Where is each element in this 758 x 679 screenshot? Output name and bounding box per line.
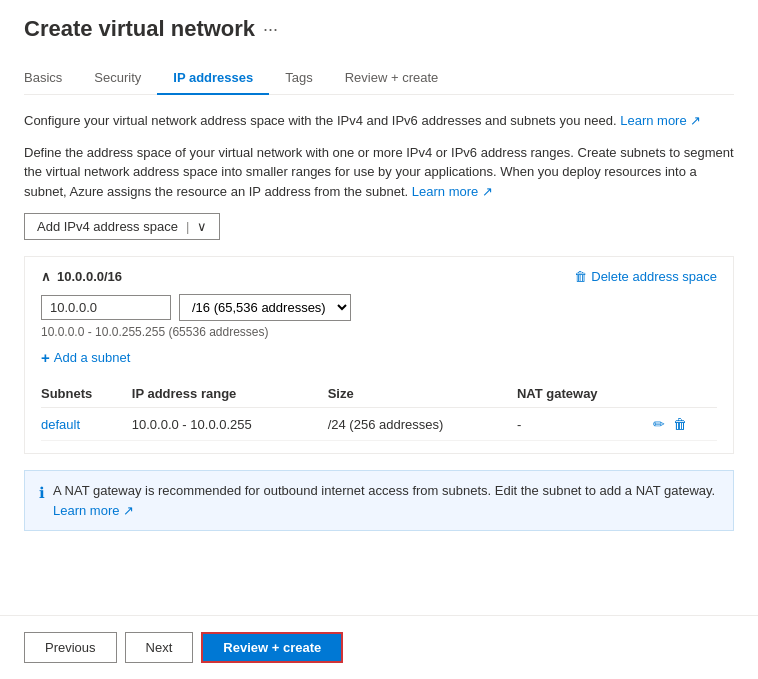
- col-nat: NAT gateway: [517, 380, 653, 408]
- delete-subnet-icon[interactable]: 🗑: [673, 416, 687, 432]
- info-icon: ℹ: [39, 482, 45, 505]
- subnet-ip-range: 10.0.0.0 - 10.0.0.255: [132, 408, 328, 441]
- external-link-icon-2: ↗: [482, 184, 493, 199]
- divider: |: [186, 219, 189, 234]
- table-row: default 10.0.0.0 - 10.0.0.255 /24 (256 a…: [41, 408, 717, 441]
- address-input-row: /16 (65,536 addresses) /17 /18 /24: [41, 294, 717, 321]
- edit-subnet-icon[interactable]: ✏: [653, 416, 665, 432]
- tab-tags[interactable]: Tags: [269, 62, 328, 95]
- subnets-table: Subnets IP address range Size NAT gatewa…: [41, 380, 717, 441]
- address-space-title: ∧ 10.0.0.0/16: [41, 269, 122, 284]
- review-create-button[interactable]: Review + create: [201, 632, 343, 663]
- footer-buttons: Previous Next Review + create: [0, 615, 758, 679]
- add-subnet-button[interactable]: + Add a subnet: [41, 349, 130, 366]
- tab-bar: Basics Security IP addresses Tags Review…: [24, 62, 734, 95]
- delete-icon: 🗑: [574, 269, 587, 284]
- external-link-icon-1: ↗: [690, 113, 701, 128]
- chevron-down-icon: ∨: [197, 219, 207, 234]
- description-1: Configure your virtual network address s…: [24, 111, 734, 131]
- col-ip-range: IP address range: [132, 380, 328, 408]
- next-button[interactable]: Next: [125, 632, 194, 663]
- description-2: Define the address space of your virtual…: [24, 143, 734, 202]
- learn-more-link-1[interactable]: Learn more ↗: [620, 113, 701, 128]
- address-space-header: ∧ 10.0.0.0/16 🗑 Delete address space: [41, 269, 717, 284]
- plus-icon: +: [41, 349, 50, 366]
- subnet-default-link[interactable]: default: [41, 417, 80, 432]
- learn-more-link-2[interactable]: Learn more ↗: [412, 184, 493, 199]
- subnet-nat: -: [517, 408, 653, 441]
- tab-review-create[interactable]: Review + create: [329, 62, 455, 95]
- add-space-label: Add IPv4 address space: [37, 219, 178, 234]
- page-title: Create virtual network: [24, 16, 255, 42]
- address-space-panel: ∧ 10.0.0.0/16 🗑 Delete address space /16…: [24, 256, 734, 454]
- col-subnets: Subnets: [41, 380, 132, 408]
- subnet-size: /24 (256 addresses): [328, 408, 517, 441]
- previous-button[interactable]: Previous: [24, 632, 117, 663]
- add-ipv4-address-space-button[interactable]: Add IPv4 address space | ∨: [24, 213, 220, 240]
- address-range-hint: 10.0.0.0 - 10.0.255.255 (65536 addresses…: [41, 325, 717, 339]
- page-header: Create virtual network ···: [24, 16, 734, 42]
- col-size: Size: [328, 380, 517, 408]
- external-link-icon-nat: ↗: [123, 503, 134, 518]
- col-actions: [653, 380, 717, 408]
- more-options-icon[interactable]: ···: [263, 19, 278, 40]
- nat-notice: ℹ A NAT gateway is recommended for outbo…: [24, 470, 734, 531]
- chevron-up-icon: ∧: [41, 269, 51, 284]
- tab-security[interactable]: Security: [78, 62, 157, 95]
- tab-basics[interactable]: Basics: [24, 62, 78, 95]
- nat-learn-more-link[interactable]: Learn more ↗: [53, 503, 134, 518]
- ip-address-input[interactable]: [41, 295, 171, 320]
- tab-ip-addresses[interactable]: IP addresses: [157, 62, 269, 95]
- subnet-actions: ✏ 🗑: [653, 416, 709, 432]
- delete-address-space-link[interactable]: 🗑 Delete address space: [574, 269, 717, 284]
- cidr-select[interactable]: /16 (65,536 addresses) /17 /18 /24: [179, 294, 351, 321]
